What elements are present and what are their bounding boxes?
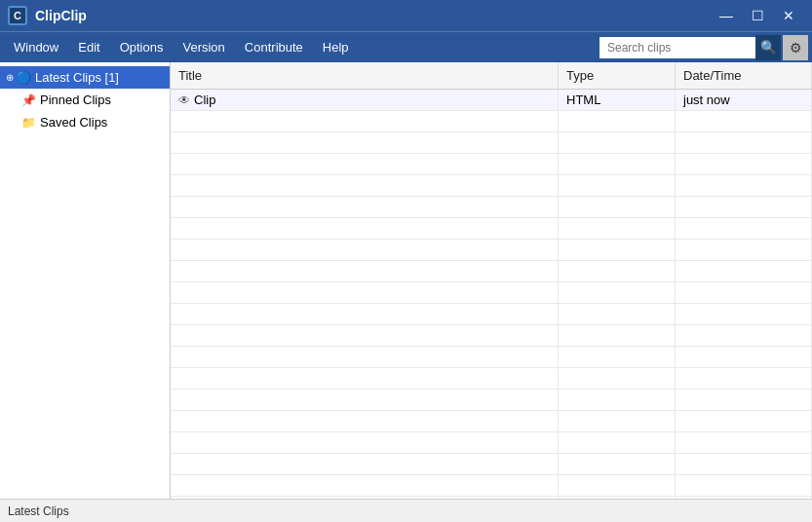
minimize-button[interactable]: — [711, 0, 742, 31]
main-content: ⊕ 🔵 Latest Clips [1] 📌 Pinned Clips 📁 Sa… [0, 62, 812, 499]
app-title: ClipClip [35, 8, 711, 23]
latest-clips-icon: 🔵 [16, 70, 31, 85]
table-row [171, 132, 812, 154]
close-button[interactable]: ✕ [773, 0, 804, 31]
table-row [171, 111, 812, 132]
table-row [171, 432, 812, 454]
eye-icon: 👁 [178, 93, 190, 107]
menu-options[interactable]: Options [110, 36, 174, 58]
table-row [171, 197, 812, 218]
menu-window[interactable]: Window [4, 36, 68, 58]
table-row [171, 475, 812, 497]
table-row [171, 454, 812, 475]
menu-edit[interactable]: Edit [68, 36, 109, 58]
cell-datetime: just now [676, 90, 812, 110]
table-row [171, 497, 812, 499]
search-input[interactable] [599, 37, 755, 58]
table-row [171, 325, 812, 347]
sidebar-item-saved-clips[interactable]: 📁 Saved Clips [0, 111, 170, 133]
col-datetime: Date/Time [676, 62, 812, 89]
settings-button[interactable]: ⚙ [783, 35, 808, 60]
sidebar-label-latest-clips: Latest Clips [1] [35, 70, 119, 85]
table-header: Title Type Date/Time [171, 62, 812, 90]
table-row [171, 240, 812, 261]
table-row [171, 368, 812, 390]
maximize-button[interactable]: ☐ [742, 0, 773, 31]
table-row[interactable]: 👁 Clip HTML just now [171, 90, 812, 111]
search-icon: 🔍 [760, 40, 777, 55]
pinned-clips-icon: 📌 [21, 93, 36, 107]
status-bar: Latest Clips [0, 499, 812, 522]
sidebar-item-pinned-clips[interactable]: 📌 Pinned Clips [0, 89, 170, 111]
table-row [171, 261, 812, 282]
table-row [171, 347, 812, 368]
menu-help[interactable]: Help [313, 36, 359, 58]
expand-icon: ⊕ [6, 72, 14, 83]
sidebar-item-latest-clips[interactable]: ⊕ 🔵 Latest Clips [1] [0, 66, 170, 89]
col-title: Title [171, 62, 559, 89]
table-row [171, 282, 812, 304]
table-row [171, 411, 812, 432]
cell-title: 👁 Clip [171, 90, 559, 110]
table-row [171, 218, 812, 240]
status-text: Latest Clips [8, 504, 69, 518]
search-button[interactable]: 🔍 [755, 35, 781, 60]
sidebar-label-saved-clips: Saved Clips [40, 115, 107, 130]
table-row [171, 390, 812, 411]
empty-rows [171, 111, 812, 499]
cell-type: HTML [559, 90, 676, 110]
table-row [171, 304, 812, 325]
menu-contribute[interactable]: Contribute [235, 36, 313, 58]
sidebar-label-pinned-clips: Pinned Clips [40, 93, 111, 107]
sidebar: ⊕ 🔵 Latest Clips [1] 📌 Pinned Clips 📁 Sa… [0, 62, 171, 499]
menu-bar: Window Edit Options Version Contribute H… [0, 31, 812, 62]
window-controls: — ☐ ✕ [711, 0, 804, 31]
search-area: 🔍 ⚙ [599, 35, 808, 60]
clips-table: Title Type Date/Time 👁 Clip HTML just no… [171, 62, 812, 499]
title-bar: C ClipClip — ☐ ✕ [0, 0, 812, 31]
menu-version[interactable]: Version [173, 36, 234, 58]
app-logo: C [8, 6, 27, 25]
gear-icon: ⚙ [790, 40, 802, 56]
table-row [171, 175, 812, 197]
col-type: Type [559, 62, 676, 89]
saved-clips-icon: 📁 [21, 116, 36, 130]
table-row [171, 154, 812, 175]
